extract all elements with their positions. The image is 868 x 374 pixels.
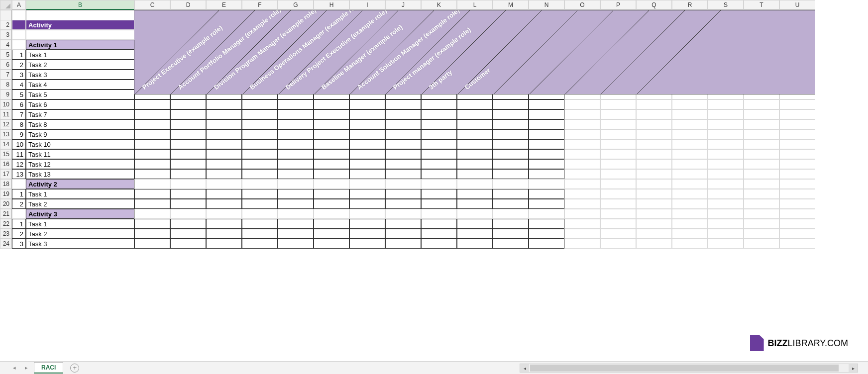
task-name[interactable]: Task 1: [26, 50, 134, 60]
raci-cell[interactable]: [421, 219, 457, 229]
raci-cell[interactable]: [564, 219, 600, 229]
raci-cell[interactable]: [779, 149, 815, 159]
raci-cell[interactable]: [385, 139, 421, 149]
raci-cell[interactable]: [206, 159, 242, 169]
cell[interactable]: [12, 40, 26, 50]
raci-cell[interactable]: [242, 189, 278, 199]
raci-cell[interactable]: [493, 169, 529, 179]
raci-cell[interactable]: [134, 199, 170, 209]
col-header-K[interactable]: K: [421, 0, 457, 10]
col-header-D[interactable]: D: [170, 0, 206, 10]
row-header-14[interactable]: 14: [0, 139, 12, 149]
raci-cell[interactable]: [672, 99, 708, 109]
raci-cell[interactable]: [636, 119, 672, 129]
raci-cell[interactable]: [600, 229, 636, 239]
cell[interactable]: [278, 209, 314, 219]
col-header-H[interactable]: H: [314, 0, 349, 10]
raci-cell[interactable]: [636, 169, 672, 179]
raci-cell[interactable]: [636, 159, 672, 169]
raci-cell[interactable]: [493, 159, 529, 169]
raci-cell[interactable]: [708, 129, 744, 139]
raci-cell[interactable]: [206, 219, 242, 229]
raci-cell[interactable]: [385, 99, 421, 109]
raci-cell[interactable]: [170, 99, 206, 109]
raci-cell[interactable]: [493, 239, 529, 249]
raci-cell[interactable]: [744, 139, 779, 149]
raci-cell[interactable]: [206, 129, 242, 139]
raci-cell[interactable]: [170, 189, 206, 199]
col-header-U[interactable]: U: [779, 0, 815, 10]
raci-cell[interactable]: [314, 189, 349, 199]
raci-cell[interactable]: [278, 189, 314, 199]
raci-cell[interactable]: [529, 139, 564, 149]
raci-cell[interactable]: [779, 199, 815, 209]
raci-cell[interactable]: [672, 189, 708, 199]
row-header-9[interactable]: 9: [0, 90, 12, 99]
raci-cell[interactable]: [242, 139, 278, 149]
raci-cell[interactable]: [493, 139, 529, 149]
raci-cell[interactable]: [385, 109, 421, 119]
raci-cell[interactable]: [564, 189, 600, 199]
raci-cell[interactable]: [672, 149, 708, 159]
raci-cell[interactable]: [744, 219, 779, 229]
raci-cell[interactable]: [636, 129, 672, 139]
raci-cell[interactable]: [421, 189, 457, 199]
raci-cell[interactable]: [421, 229, 457, 239]
col-header-S[interactable]: S: [708, 0, 744, 10]
select-all-corner[interactable]: [0, 0, 12, 10]
raci-cell[interactable]: [242, 199, 278, 209]
raci-cell[interactable]: [457, 99, 493, 109]
task-number[interactable]: 9: [12, 129, 26, 139]
raci-cell[interactable]: [708, 199, 744, 209]
task-name[interactable]: Task 2: [26, 199, 134, 209]
task-number[interactable]: 7: [12, 109, 26, 119]
task-name[interactable]: Task 2: [26, 229, 134, 239]
tab-nav-next[interactable]: ▸: [22, 365, 31, 371]
raci-cell[interactable]: [421, 139, 457, 149]
raci-cell[interactable]: [457, 169, 493, 179]
cell[interactable]: [385, 179, 421, 189]
raci-cell[interactable]: [564, 169, 600, 179]
task-name[interactable]: Task 1: [26, 189, 134, 199]
task-number[interactable]: 2: [12, 229, 26, 239]
raci-cell[interactable]: [779, 239, 815, 249]
task-number[interactable]: 1: [12, 189, 26, 199]
scroll-left-button[interactable]: ◂: [520, 364, 529, 372]
raci-cell[interactable]: [779, 189, 815, 199]
raci-cell[interactable]: [421, 149, 457, 159]
row-header-10[interactable]: 10: [0, 99, 12, 109]
cell[interactable]: [278, 179, 314, 189]
task-name[interactable]: Task 9: [26, 129, 134, 139]
raci-cell[interactable]: [600, 219, 636, 229]
raci-cell[interactable]: [708, 239, 744, 249]
cell[interactable]: [421, 209, 457, 219]
task-name[interactable]: Task 13: [26, 169, 134, 179]
raci-cell[interactable]: [206, 169, 242, 179]
task-name[interactable]: Task 1: [26, 219, 134, 229]
raci-cell[interactable]: [564, 129, 600, 139]
raci-cell[interactable]: [529, 199, 564, 209]
raci-cell[interactable]: [134, 189, 170, 199]
raci-cell[interactable]: [385, 229, 421, 239]
raci-cell[interactable]: [314, 149, 349, 159]
raci-cell[interactable]: [529, 229, 564, 239]
cell[interactable]: [421, 179, 457, 189]
col-header-O[interactable]: O: [564, 0, 600, 10]
raci-cell[interactable]: [672, 239, 708, 249]
raci-cell[interactable]: [314, 129, 349, 139]
raci-cell[interactable]: [314, 109, 349, 119]
activity-group-header[interactable]: Activity 2: [26, 179, 134, 189]
raci-cell[interactable]: [708, 149, 744, 159]
raci-cell[interactable]: [708, 119, 744, 129]
raci-cell[interactable]: [493, 119, 529, 129]
raci-cell[interactable]: [278, 99, 314, 109]
raci-cell[interactable]: [242, 149, 278, 159]
raci-cell[interactable]: [672, 199, 708, 209]
raci-cell[interactable]: [564, 159, 600, 169]
raci-cell[interactable]: [529, 219, 564, 229]
raci-cell[interactable]: [493, 109, 529, 119]
raci-cell[interactable]: [385, 159, 421, 169]
raci-cell[interactable]: [170, 129, 206, 139]
col-header-A[interactable]: A: [12, 0, 26, 10]
add-sheet-button[interactable]: +: [70, 364, 79, 373]
